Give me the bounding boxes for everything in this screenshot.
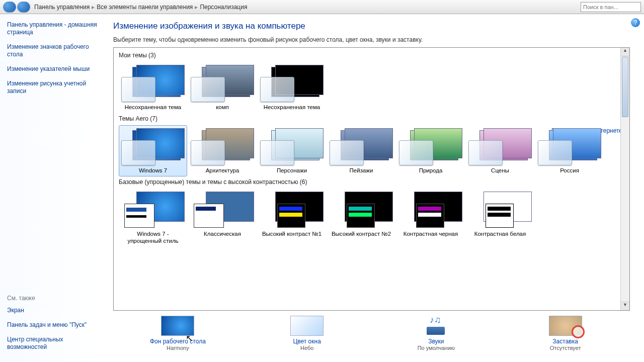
theme-label: Персонажи [260, 167, 324, 174]
nav-back-button[interactable] [3, 2, 16, 13]
screensaver-label: Заставка [515, 338, 616, 345]
window-color-value: Небо [257, 345, 357, 351]
theme-item[interactable]: Пейзажи [327, 125, 395, 176]
section-my-themes: Мои темы (3) [119, 52, 624, 59]
theme-label: Природа [398, 167, 463, 174]
page-title: Изменение изображения и звука на компьют… [113, 21, 630, 31]
theme-label: комп [190, 104, 255, 111]
window-color-label: Цвет окна [257, 338, 357, 345]
theme-item[interactable]: Контрастная белая [466, 189, 534, 246]
sidebar-ease-link[interactable]: Центр специальных возможностей [7, 336, 101, 351]
screensaver-icon [549, 316, 582, 336]
theme-item[interactable]: Классическая [188, 189, 257, 246]
help-button[interactable]: ? [631, 18, 640, 27]
theme-panel: Мои темы (3) Несохраненная темакомпНесох… [113, 47, 630, 311]
breadcrumb-item[interactable]: Все элементы панели управления [97, 4, 193, 11]
theme-item[interactable]: Высокий контраст №2 [327, 189, 395, 246]
bottom-options: ↖ Фон рабочего стола Harmony Цвет окна Н… [113, 311, 630, 359]
sidebar: Панель управления - домашняя страница Из… [0, 14, 108, 362]
theme-item[interactable]: Сцены [466, 125, 534, 176]
theme-item[interactable]: Несохраненная тема [119, 62, 187, 113]
section-aero-themes: Темы Aero (7) [119, 115, 624, 122]
scrollbar[interactable]: ▲ ▼ [620, 48, 629, 310]
theme-label: Сцены [468, 167, 532, 174]
theme-label: Контрастная белая [468, 231, 532, 237]
sidebar-account-picture-link[interactable]: Изменение рисунка учетной записи [7, 80, 101, 95]
theme-item[interactable]: Несохраненная тема [258, 62, 326, 113]
theme-item[interactable]: Контрастная черная [396, 189, 465, 246]
theme-label: Высокий контраст №2 [329, 231, 393, 237]
theme-label: Высокий контраст №1 [260, 231, 324, 237]
sounds-button[interactable]: Звуки По умолчанию [386, 316, 487, 359]
breadcrumb-bar: Панель управления ▸ Все элементы панели … [0, 0, 644, 14]
theme-label: Несохраненная тема [260, 104, 324, 111]
theme-label: Архитектура [190, 167, 255, 174]
desktop-background-button[interactable]: ↖ Фон рабочего стола Harmony [127, 316, 228, 359]
theme-item[interactable]: Природа [396, 125, 465, 176]
wallpaper-icon [161, 316, 194, 336]
sidebar-taskbar-link[interactable]: Панель задач и меню "Пуск" [7, 321, 101, 329]
screensaver-button[interactable]: Заставка Отсутствует [515, 316, 616, 359]
theme-label: Контрастная черная [398, 231, 463, 237]
breadcrumb-item[interactable]: Панель управления [34, 4, 90, 11]
theme-item[interactable]: Высокий контраст №1 [258, 189, 326, 246]
search-input[interactable] [581, 2, 641, 12]
window-color-icon [290, 316, 324, 336]
theme-label: Классическая [190, 231, 255, 237]
page-subtitle: Выберите тему, чтобы одновременно измени… [113, 36, 630, 43]
theme-item[interactable]: Персонажи [258, 125, 326, 176]
sounds-label: Звуки [386, 338, 487, 345]
theme-item[interactable]: Windows 7 - упрощенный стиль [119, 189, 187, 246]
scroll-down-icon[interactable]: ▼ [621, 302, 629, 310]
chevron-right-icon: ▸ [92, 4, 95, 11]
theme-label: Россия [537, 167, 602, 174]
desktop-background-value: Harmony [127, 345, 228, 351]
sidebar-mouse-pointers-link[interactable]: Изменение указателей мыши [7, 65, 101, 73]
screensaver-value: Отсутствует [515, 345, 616, 351]
chevron-right-icon: ▸ [195, 4, 198, 11]
main-content: ? Изменение изображения и звука на компь… [108, 14, 644, 362]
theme-item[interactable]: Архитектура [188, 125, 257, 176]
window-color-button[interactable]: Цвет окна Небо [257, 316, 357, 359]
theme-item[interactable]: Россия [535, 125, 604, 176]
theme-label: Пейзажи [329, 167, 393, 174]
section-basic-themes: Базовые (упрощенные) темы и темы с высок… [119, 178, 624, 186]
breadcrumb-item[interactable]: Персонализация [200, 4, 247, 11]
sidebar-desktop-icons-link[interactable]: Изменение значков рабочего стола [7, 43, 101, 58]
sidebar-home-link[interactable]: Панель управления - домашняя страница [7, 21, 101, 36]
see-also-heading: См. также [7, 295, 101, 302]
theme-item[interactable]: комп [188, 62, 257, 113]
theme-label: Windows 7 - упрощенный стиль [121, 231, 185, 244]
scroll-up-icon[interactable]: ▲ [621, 48, 629, 56]
desktop-background-label: Фон рабочего стола [127, 338, 228, 345]
theme-label: Несохраненная тема [121, 104, 185, 111]
scroll-thumb[interactable] [622, 57, 628, 117]
theme-item[interactable]: Windows 7 [119, 125, 187, 176]
nav-fwd-button[interactable] [17, 2, 30, 13]
theme-label: Windows 7 [121, 167, 185, 174]
sidebar-display-link[interactable]: Экран [7, 307, 101, 314]
sounds-value: По умолчанию [386, 345, 487, 351]
sounds-icon [420, 316, 453, 336]
